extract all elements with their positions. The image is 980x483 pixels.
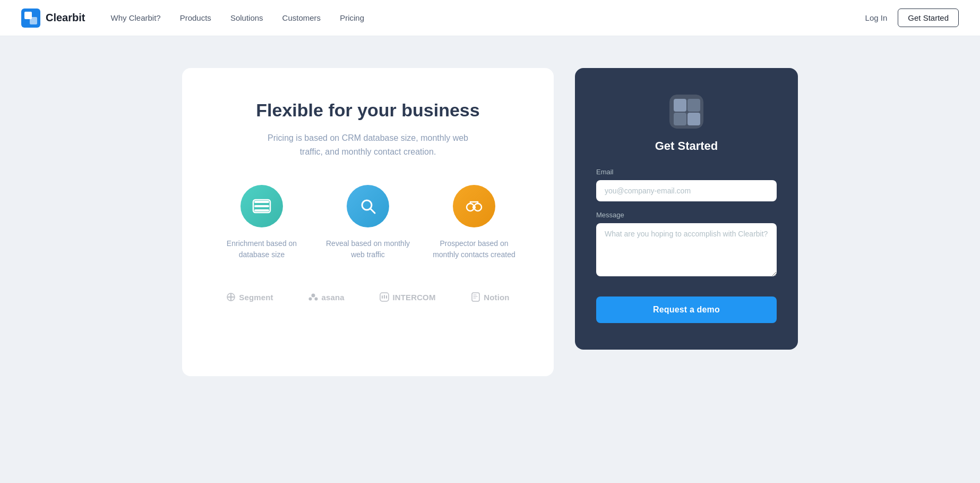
notion-logo-text: Notion: [484, 293, 509, 302]
nav-login-link[interactable]: Log In: [865, 13, 888, 22]
message-label: Message: [596, 211, 777, 219]
feature-enrichment-text: Enrichment based on database size: [219, 238, 304, 260]
nav-link-why-clearbit[interactable]: Why Clearbit?: [110, 13, 160, 22]
svg-rect-22: [386, 295, 387, 299]
nav-link-pricing[interactable]: Pricing: [340, 13, 364, 22]
svg-rect-4: [254, 205, 269, 207]
enrichment-icon: [240, 185, 283, 227]
reveal-icon: [347, 185, 389, 227]
right-card-logo-svg: [669, 95, 703, 129]
logo-asana: asana: [308, 292, 344, 302]
logos-row: Segment asana INTERCOM: [214, 292, 522, 302]
clearbit-logo-icon: [21, 9, 40, 28]
intercom-logo-text: INTERCOM: [392, 293, 435, 302]
page-content: Flexible for your business Pricing is ba…: [0, 36, 980, 483]
logo-segment: Segment: [226, 292, 273, 302]
logo-notion: Notion: [471, 292, 509, 302]
notion-logo-icon: [471, 292, 480, 302]
email-label: Email: [596, 168, 777, 176]
segment-logo-icon: [226, 292, 236, 302]
nav-link-solutions[interactable]: Solutions: [230, 13, 263, 22]
svg-point-18: [315, 298, 318, 301]
logo-intercom: INTERCOM: [380, 292, 435, 302]
left-card-subtitle: Pricing is based on CRM database size, m…: [262, 131, 474, 158]
svg-point-17: [309, 298, 312, 301]
reveal-icon-svg: [358, 197, 377, 216]
svg-point-16: [312, 294, 315, 298]
request-demo-button[interactable]: Request a demo: [596, 296, 777, 323]
right-card-title: Get Started: [655, 139, 718, 153]
prospector-icon: [453, 185, 495, 227]
svg-rect-11: [472, 206, 476, 208]
svg-rect-21: [384, 295, 385, 299]
svg-rect-5: [254, 209, 269, 211]
svg-rect-20: [382, 295, 383, 299]
nav-logo[interactable]: Clearbit: [21, 9, 85, 28]
features-row: Enrichment based on database size Reveal…: [214, 185, 522, 260]
message-textarea[interactable]: [596, 223, 777, 276]
feature-enrichment: Enrichment based on database size: [219, 185, 304, 260]
right-card: Get Started Email Message Request a demo: [575, 68, 798, 350]
email-input[interactable]: [596, 180, 777, 201]
svg-rect-27: [687, 99, 700, 112]
nav-link-products[interactable]: Products: [180, 13, 211, 22]
svg-rect-28: [687, 113, 700, 125]
segment-logo-text: Segment: [239, 293, 273, 302]
nav-actions: Log In Get Started: [865, 9, 959, 27]
nav-links: Why Clearbit? Products Solutions Custome…: [110, 13, 865, 22]
svg-rect-26: [674, 113, 686, 125]
svg-rect-23: [472, 293, 479, 301]
prospector-icon-svg: [465, 197, 484, 216]
message-form-group: Message: [596, 211, 777, 278]
feature-prospector: Prospector based on monthly contacts cre…: [432, 185, 517, 260]
asana-logo-icon: [308, 292, 318, 302]
right-card-logo: [669, 95, 703, 129]
nav-brand-text: Clearbit: [46, 12, 85, 24]
left-card-title: Flexible for your business: [214, 100, 522, 121]
feature-reveal: Reveal based on monthly web traffic: [325, 185, 410, 260]
svg-rect-2: [30, 17, 37, 24]
email-form-group: Email: [596, 168, 777, 201]
svg-rect-3: [254, 201, 269, 203]
svg-rect-25: [674, 99, 686, 112]
svg-line-8: [371, 209, 375, 213]
feature-prospector-text: Prospector based on monthly contacts cre…: [432, 238, 517, 260]
nav-get-started-button[interactable]: Get Started: [898, 9, 959, 27]
asana-logo-text: asana: [321, 293, 344, 302]
navigation: Clearbit Why Clearbit? Products Solution…: [0, 0, 980, 36]
left-card: Flexible for your business Pricing is ba…: [182, 68, 554, 376]
feature-reveal-text: Reveal based on monthly web traffic: [325, 238, 410, 260]
intercom-logo-icon: [380, 292, 389, 302]
nav-link-customers[interactable]: Customers: [282, 13, 321, 22]
enrichment-icon-svg: [252, 197, 271, 216]
